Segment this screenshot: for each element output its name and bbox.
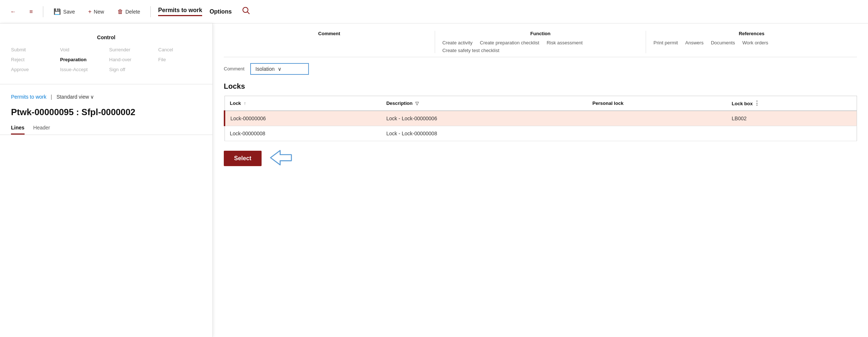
ref-print-permit[interactable]: Print permit [653,40,678,45]
breadcrumb-permits-link[interactable]: Permits to work [11,94,46,100]
breadcrumb-separator: | [51,94,52,100]
right-panel: Comment Function Create activity Create … [213,23,868,337]
fh-create-activity[interactable]: Create activity [442,40,473,45]
isolation-dropdown-chevron: ∨ [278,66,281,72]
table-header-row: Lock ↑ Description ▽ Personal lock Lock … [225,96,857,111]
new-icon: + [88,8,91,15]
col-description-label: Description [386,100,413,106]
menu-item-reject[interactable]: Reject [11,56,54,63]
ref-answers[interactable]: Answers [685,40,704,45]
new-label: New [94,9,104,15]
personal-lock-cell-1 [587,111,727,126]
col-description: Description ▽ [381,96,587,111]
lock-box-cell-2 [727,126,857,141]
svg-line-1 [247,12,249,14]
fh-risk-assessment[interactable]: Risk assessment [547,40,583,45]
locks-title: Locks [224,82,857,91]
svg-point-0 [243,7,248,12]
menu-item-approve[interactable]: Approve [11,66,54,73]
table-row[interactable]: Lock-00000006 Lock - Lock-00000006 LB002 [225,111,857,126]
personal-lock-cell-2 [587,126,727,141]
locks-table: Lock ↑ Description ▽ Personal lock Lock … [224,96,857,141]
left-panel: Control Submit Void Surrender Cancel Rej… [0,23,213,337]
table-row[interactable]: Lock-00000008 Lock - Lock-00000008 [225,126,857,141]
menu-item-file[interactable]: File [158,56,201,63]
description-cell-1: Lock - Lock-00000006 [381,111,587,126]
fh-create-prep-checklist[interactable]: Create preparation checklist [480,40,539,45]
description-cell-2: Lock - Lock-00000008 [381,126,587,141]
col-lock: Lock ↑ [225,96,381,111]
new-button[interactable]: + New [85,7,107,17]
isolation-dropdown[interactable]: Isolation ∨ [250,63,309,75]
function-col-title: Function [442,31,639,36]
tabs-area: Lines Header [0,122,212,135]
delete-button[interactable]: 🗑 Delete [114,7,143,17]
fh-create-safety-checklist[interactable]: Create safety test checklist [442,48,499,53]
control-title: Control [11,34,201,40]
arrow-left-icon [269,149,295,168]
references-col: References Print permit Answers Document… [646,31,857,53]
lock-cell-1: Lock-00000006 [225,111,381,126]
references-col-title: References [653,31,850,36]
svg-marker-2 [271,150,292,165]
function-col: Function Create activity Create preparat… [435,31,646,53]
references-items: Print permit Answers Documents Work orde… [653,40,850,45]
menu-item-surrender[interactable]: Surrender [109,46,153,53]
menu-item-cancel[interactable]: Cancel [158,46,201,53]
delete-label: Delete [125,9,140,15]
save-icon: 💾 [54,8,61,15]
col-lock-label: Lock [230,100,241,106]
toolbar: ← ≡ 💾 Save + New 🗑 Delete Permits to wor… [0,0,868,23]
options-button[interactable]: Options [209,8,231,15]
menu-icon: ≡ [29,8,33,15]
isolation-dropdown-label: Isolation [255,66,274,72]
comment-col-title: Comment [231,31,427,36]
control-section: Control Submit Void Surrender Cancel Rej… [0,31,212,80]
comment-col: Comment [224,31,435,53]
menu-item-preparation[interactable]: Preparation [60,56,103,63]
isolation-section: Comment Isolation ∨ [224,63,857,75]
ref-documents[interactable]: Documents [711,40,735,45]
lock-box-cell-1: LB002 [727,111,857,126]
save-button[interactable]: 💾 Save [51,7,78,17]
tab-header[interactable]: Header [33,125,50,135]
ref-work-orders[interactable]: Work orders [742,40,768,45]
back-button[interactable]: ← [7,7,19,17]
main-content: Control Submit Void Surrender Cancel Rej… [0,23,868,337]
function-header: Comment Function Create activity Create … [224,31,857,57]
divider-1 [43,6,43,17]
search-icon [242,7,250,15]
col-lock-box: Lock box ⋮ [727,96,857,111]
more-icon[interactable]: ⋮ [754,100,760,106]
standard-view-label[interactable]: Standard view ∨ [56,94,94,100]
page-title: Ptwk-00000095 : Sfpl-0000002 [0,103,212,122]
sort-icon[interactable]: ↑ [244,101,246,106]
divider-2 [150,6,151,17]
tab-lines[interactable]: Lines [11,125,25,135]
select-button[interactable]: Select [224,151,262,166]
col-personal-lock: Personal lock [587,96,727,111]
control-menu-grid: Submit Void Surrender Cancel Reject Prep… [11,46,201,73]
menu-item-signoff[interactable]: Sign off [109,66,153,73]
search-button[interactable] [242,7,250,17]
select-area: Select [224,149,857,168]
back-icon: ← [10,8,16,15]
menu-item-issue-accept[interactable]: Issue-Accept [60,66,103,73]
menu-divider [0,84,212,84]
permits-to-work-title: Permits to work [158,7,202,16]
function-items: Create activity Create preparation check… [442,40,639,53]
menu-item-handover[interactable]: Hand-over [109,56,153,63]
menu-item-void[interactable]: Void [60,46,103,53]
lock-cell-2: Lock-00000008 [225,126,381,141]
locks-table-body: Lock-00000006 Lock - Lock-00000006 LB002… [225,111,857,141]
save-label: Save [63,9,75,15]
delete-icon: 🗑 [117,8,123,15]
breadcrumb-area: Permits to work | Standard view ∨ [0,88,212,103]
menu-button[interactable]: ≡ [26,7,36,17]
comment-label: Comment [224,66,244,72]
menu-item-submit[interactable]: Submit [11,46,54,53]
filter-icon[interactable]: ▽ [415,101,419,106]
